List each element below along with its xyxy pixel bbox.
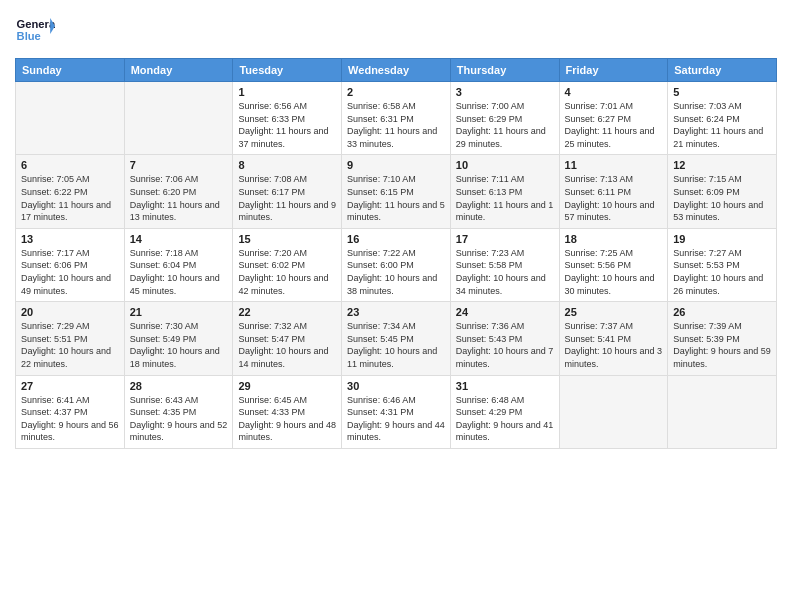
calendar-cell: 4Sunrise: 7:01 AM Sunset: 6:27 PM Daylig…	[559, 82, 668, 155]
weekday-header-tuesday: Tuesday	[233, 59, 342, 82]
day-info: Sunrise: 7:13 AM Sunset: 6:11 PM Dayligh…	[565, 173, 663, 223]
day-number: 24	[456, 306, 554, 318]
weekday-header-monday: Monday	[124, 59, 233, 82]
day-info: Sunrise: 7:03 AM Sunset: 6:24 PM Dayligh…	[673, 100, 771, 150]
day-info: Sunrise: 7:11 AM Sunset: 6:13 PM Dayligh…	[456, 173, 554, 223]
calendar-cell: 13Sunrise: 7:17 AM Sunset: 6:06 PM Dayli…	[16, 228, 125, 301]
day-info: Sunrise: 7:29 AM Sunset: 5:51 PM Dayligh…	[21, 320, 119, 370]
calendar-cell	[124, 82, 233, 155]
day-number: 13	[21, 233, 119, 245]
calendar-cell: 26Sunrise: 7:39 AM Sunset: 5:39 PM Dayli…	[668, 302, 777, 375]
day-info: Sunrise: 7:22 AM Sunset: 6:00 PM Dayligh…	[347, 247, 445, 297]
calendar-cell: 10Sunrise: 7:11 AM Sunset: 6:13 PM Dayli…	[450, 155, 559, 228]
day-info: Sunrise: 7:10 AM Sunset: 6:15 PM Dayligh…	[347, 173, 445, 223]
day-info: Sunrise: 7:01 AM Sunset: 6:27 PM Dayligh…	[565, 100, 663, 150]
weekday-header-friday: Friday	[559, 59, 668, 82]
day-info: Sunrise: 7:36 AM Sunset: 5:43 PM Dayligh…	[456, 320, 554, 370]
day-info: Sunrise: 7:15 AM Sunset: 6:09 PM Dayligh…	[673, 173, 771, 223]
day-info: Sunrise: 6:45 AM Sunset: 4:33 PM Dayligh…	[238, 394, 336, 444]
day-info: Sunrise: 7:00 AM Sunset: 6:29 PM Dayligh…	[456, 100, 554, 150]
day-number: 21	[130, 306, 228, 318]
day-info: Sunrise: 7:05 AM Sunset: 6:22 PM Dayligh…	[21, 173, 119, 223]
day-number: 8	[238, 159, 336, 171]
calendar-cell: 15Sunrise: 7:20 AM Sunset: 6:02 PM Dayli…	[233, 228, 342, 301]
page: General Blue SundayMondayTuesdayWednesda…	[0, 0, 792, 612]
day-number: 14	[130, 233, 228, 245]
day-number: 5	[673, 86, 771, 98]
day-number: 26	[673, 306, 771, 318]
day-info: Sunrise: 6:41 AM Sunset: 4:37 PM Dayligh…	[21, 394, 119, 444]
calendar-cell: 2Sunrise: 6:58 AM Sunset: 6:31 PM Daylig…	[342, 82, 451, 155]
day-info: Sunrise: 7:34 AM Sunset: 5:45 PM Dayligh…	[347, 320, 445, 370]
calendar-cell: 24Sunrise: 7:36 AM Sunset: 5:43 PM Dayli…	[450, 302, 559, 375]
day-info: Sunrise: 7:17 AM Sunset: 6:06 PM Dayligh…	[21, 247, 119, 297]
calendar-cell: 30Sunrise: 6:46 AM Sunset: 4:31 PM Dayli…	[342, 375, 451, 448]
calendar-cell: 5Sunrise: 7:03 AM Sunset: 6:24 PM Daylig…	[668, 82, 777, 155]
calendar-cell: 11Sunrise: 7:13 AM Sunset: 6:11 PM Dayli…	[559, 155, 668, 228]
day-info: Sunrise: 6:56 AM Sunset: 6:33 PM Dayligh…	[238, 100, 336, 150]
day-number: 2	[347, 86, 445, 98]
calendar-cell: 8Sunrise: 7:08 AM Sunset: 6:17 PM Daylig…	[233, 155, 342, 228]
calendar-cell: 17Sunrise: 7:23 AM Sunset: 5:58 PM Dayli…	[450, 228, 559, 301]
calendar-cell: 18Sunrise: 7:25 AM Sunset: 5:56 PM Dayli…	[559, 228, 668, 301]
calendar-cell: 21Sunrise: 7:30 AM Sunset: 5:49 PM Dayli…	[124, 302, 233, 375]
calendar-week-row: 20Sunrise: 7:29 AM Sunset: 5:51 PM Dayli…	[16, 302, 777, 375]
day-number: 1	[238, 86, 336, 98]
day-number: 3	[456, 86, 554, 98]
calendar-cell	[559, 375, 668, 448]
day-number: 4	[565, 86, 663, 98]
day-info: Sunrise: 6:58 AM Sunset: 6:31 PM Dayligh…	[347, 100, 445, 150]
day-info: Sunrise: 7:20 AM Sunset: 6:02 PM Dayligh…	[238, 247, 336, 297]
day-number: 6	[21, 159, 119, 171]
logo: General Blue	[15, 10, 61, 50]
day-number: 16	[347, 233, 445, 245]
day-number: 10	[456, 159, 554, 171]
calendar-cell: 27Sunrise: 6:41 AM Sunset: 4:37 PM Dayli…	[16, 375, 125, 448]
calendar-table: SundayMondayTuesdayWednesdayThursdayFrid…	[15, 58, 777, 449]
day-number: 31	[456, 380, 554, 392]
day-info: Sunrise: 7:08 AM Sunset: 6:17 PM Dayligh…	[238, 173, 336, 223]
calendar-cell: 6Sunrise: 7:05 AM Sunset: 6:22 PM Daylig…	[16, 155, 125, 228]
calendar-week-row: 13Sunrise: 7:17 AM Sunset: 6:06 PM Dayli…	[16, 228, 777, 301]
day-number: 23	[347, 306, 445, 318]
day-info: Sunrise: 7:32 AM Sunset: 5:47 PM Dayligh…	[238, 320, 336, 370]
day-number: 25	[565, 306, 663, 318]
calendar-cell: 16Sunrise: 7:22 AM Sunset: 6:00 PM Dayli…	[342, 228, 451, 301]
day-info: Sunrise: 7:23 AM Sunset: 5:58 PM Dayligh…	[456, 247, 554, 297]
weekday-header-thursday: Thursday	[450, 59, 559, 82]
day-info: Sunrise: 7:06 AM Sunset: 6:20 PM Dayligh…	[130, 173, 228, 223]
day-number: 30	[347, 380, 445, 392]
header: General Blue	[15, 10, 777, 50]
calendar-cell: 29Sunrise: 6:45 AM Sunset: 4:33 PM Dayli…	[233, 375, 342, 448]
calendar-week-row: 1Sunrise: 6:56 AM Sunset: 6:33 PM Daylig…	[16, 82, 777, 155]
day-number: 15	[238, 233, 336, 245]
calendar-week-row: 27Sunrise: 6:41 AM Sunset: 4:37 PM Dayli…	[16, 375, 777, 448]
logo-icon: General Blue	[15, 10, 55, 50]
calendar-cell: 3Sunrise: 7:00 AM Sunset: 6:29 PM Daylig…	[450, 82, 559, 155]
svg-text:Blue: Blue	[17, 30, 41, 42]
day-number: 28	[130, 380, 228, 392]
day-number: 27	[21, 380, 119, 392]
weekday-header-saturday: Saturday	[668, 59, 777, 82]
day-number: 7	[130, 159, 228, 171]
day-info: Sunrise: 7:37 AM Sunset: 5:41 PM Dayligh…	[565, 320, 663, 370]
day-info: Sunrise: 7:27 AM Sunset: 5:53 PM Dayligh…	[673, 247, 771, 297]
calendar-cell	[16, 82, 125, 155]
day-number: 17	[456, 233, 554, 245]
calendar-cell: 20Sunrise: 7:29 AM Sunset: 5:51 PM Dayli…	[16, 302, 125, 375]
day-info: Sunrise: 6:48 AM Sunset: 4:29 PM Dayligh…	[456, 394, 554, 444]
weekday-header-row: SundayMondayTuesdayWednesdayThursdayFrid…	[16, 59, 777, 82]
day-info: Sunrise: 7:18 AM Sunset: 6:04 PM Dayligh…	[130, 247, 228, 297]
calendar-week-row: 6Sunrise: 7:05 AM Sunset: 6:22 PM Daylig…	[16, 155, 777, 228]
calendar-cell: 1Sunrise: 6:56 AM Sunset: 6:33 PM Daylig…	[233, 82, 342, 155]
calendar-cell: 31Sunrise: 6:48 AM Sunset: 4:29 PM Dayli…	[450, 375, 559, 448]
day-info: Sunrise: 7:39 AM Sunset: 5:39 PM Dayligh…	[673, 320, 771, 370]
day-number: 11	[565, 159, 663, 171]
weekday-header-wednesday: Wednesday	[342, 59, 451, 82]
day-number: 22	[238, 306, 336, 318]
calendar-cell: 22Sunrise: 7:32 AM Sunset: 5:47 PM Dayli…	[233, 302, 342, 375]
day-number: 9	[347, 159, 445, 171]
day-info: Sunrise: 7:25 AM Sunset: 5:56 PM Dayligh…	[565, 247, 663, 297]
weekday-header-sunday: Sunday	[16, 59, 125, 82]
day-number: 19	[673, 233, 771, 245]
